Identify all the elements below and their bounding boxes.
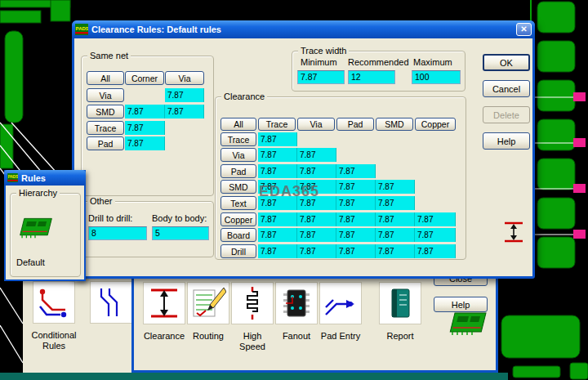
clearance-cell[interactable]: 7.87 bbox=[258, 244, 297, 258]
high-speed-tool-button[interactable] bbox=[231, 282, 274, 324]
default-rules-chip-icon[interactable] bbox=[16, 215, 54, 239]
trace-width-group: Trace width Minimum Recommended Maximum … bbox=[292, 51, 466, 92]
help-button-dialog[interactable]: Help bbox=[483, 132, 530, 150]
rules-window: PADS Rules Hierarchy Default bbox=[4, 170, 86, 281]
clearance-col-pad-button[interactable]: Pad bbox=[336, 118, 374, 131]
trace-width-legend: Trace width bbox=[298, 46, 349, 56]
clearance-cell[interactable]: 7.87 bbox=[336, 244, 376, 258]
differential-pairs-tool-button-partial[interactable] bbox=[90, 281, 132, 324]
clearance-cell[interactable]: 7.87 bbox=[297, 228, 336, 242]
clearance-cell[interactable]: 7.87 bbox=[258, 196, 297, 210]
maximum-field[interactable]: 100 bbox=[412, 70, 461, 84]
clearance-cell[interactable]: 7.87 bbox=[336, 196, 376, 210]
high-speed-icon bbox=[234, 285, 270, 321]
clearance-cell[interactable]: 7.87 bbox=[336, 212, 376, 226]
clearance-row-via-button[interactable]: Via bbox=[220, 148, 256, 162]
clearance-cell[interactable]: 7.87 bbox=[376, 196, 415, 210]
same-net-cell[interactable]: 7.87 bbox=[165, 88, 204, 102]
clearance-row-pad: Pad 7.87 7.87 7.87 bbox=[216, 164, 466, 178]
clearance-cell[interactable]: 7.87 bbox=[376, 228, 415, 242]
clearance-cell[interactable]: 7.87 bbox=[297, 164, 336, 178]
same-net-via-button[interactable]: Via bbox=[165, 71, 204, 85]
close-icon[interactable]: ✕ bbox=[516, 23, 532, 36]
clearance-all-button[interactable]: All bbox=[220, 118, 256, 131]
rules-window-titlebar[interactable]: PADS Rules bbox=[4, 170, 86, 186]
clearance-col-trace-button[interactable]: Trace bbox=[258, 118, 296, 131]
same-net-cell[interactable]: 7.87 bbox=[125, 136, 165, 150]
same-net-corner-button[interactable]: Corner bbox=[125, 71, 164, 85]
clearance-cell[interactable]: 7.87 bbox=[376, 180, 415, 194]
clearance-col-copper-button[interactable]: Copper bbox=[415, 118, 456, 131]
clearance-cell[interactable]: 7.87 bbox=[297, 212, 336, 226]
clearance-row-text: Text 7.87 7.87 7.87 7.87 bbox=[216, 196, 466, 210]
clearance-cell[interactable]: 7.87 bbox=[258, 164, 297, 178]
same-net-row-via-button[interactable]: Via bbox=[87, 88, 124, 102]
minimum-field[interactable]: 7.87 bbox=[297, 70, 345, 84]
same-net-row-pad-button[interactable]: Pad bbox=[87, 136, 124, 150]
clearance-cell[interactable]: 7.87 bbox=[376, 212, 415, 226]
fanout-tool-button[interactable] bbox=[275, 282, 318, 324]
other-legend: Other bbox=[87, 196, 115, 207]
clearance-row-drill-button[interactable]: Drill bbox=[220, 244, 256, 258]
same-net-cell[interactable]: 7.87 bbox=[165, 105, 204, 118]
drill-to-drill-field[interactable]: 8 bbox=[88, 226, 147, 240]
clearance-cell[interactable]: 7.87 bbox=[258, 132, 297, 146]
same-net-cell[interactable]: 7.87 bbox=[125, 105, 165, 118]
same-net-row-via: Via 7.87 bbox=[82, 88, 213, 102]
ok-button[interactable]: OK bbox=[483, 54, 530, 71]
delete-button[interactable]: Delete bbox=[483, 106, 530, 123]
report-tool-button[interactable] bbox=[379, 282, 421, 324]
clearance-row-smd: SMD 7.87 7.87 7.87 7.87 bbox=[216, 180, 466, 194]
clearance-cell[interactable]: 7.87 bbox=[336, 228, 376, 242]
clearance-cell[interactable]: 7.87 bbox=[258, 148, 297, 162]
body-to-body-field[interactable]: 5 bbox=[152, 226, 209, 240]
clearance-row-copper-button[interactable]: Copper bbox=[220, 212, 256, 226]
pad-entry-tool-button[interactable] bbox=[319, 282, 362, 324]
hierarchy-group: Hierarchy Default bbox=[10, 193, 81, 277]
other-group: Other Drill to drill: Body to body: 8 5 bbox=[81, 201, 214, 257]
clearance-cell[interactable]: 7.87 bbox=[258, 212, 297, 226]
maximum-label: Maximum bbox=[413, 57, 452, 67]
conditional-rules-tool-button[interactable] bbox=[33, 281, 75, 324]
clearance-cell[interactable]: 7.87 bbox=[297, 180, 336, 194]
clearance-cell[interactable]: 7.87 bbox=[297, 196, 336, 210]
clearance-rules-titlebar[interactable]: PADS Clearance Rules: Default rules ✕ bbox=[72, 20, 535, 38]
clearance-row-pad-button[interactable]: Pad bbox=[220, 164, 256, 178]
clearance-cell[interactable]: 7.87 bbox=[336, 180, 376, 194]
clearance-row-smd-button[interactable]: SMD bbox=[220, 180, 256, 194]
clearance-row-board-button[interactable]: Board bbox=[220, 228, 256, 242]
clearance-cell[interactable]: 7.87 bbox=[415, 244, 456, 258]
conditional-rules-icon bbox=[36, 284, 72, 320]
high-speed-tool-label: High Speed bbox=[236, 331, 269, 352]
same-net-cell[interactable]: 7.87 bbox=[125, 121, 165, 135]
clearance-tool-button[interactable] bbox=[143, 282, 185, 324]
clearance-cell[interactable]: 7.87 bbox=[336, 164, 376, 178]
clearance-tool-label: Clearance bbox=[141, 331, 187, 342]
routing-tool-button[interactable] bbox=[187, 282, 229, 324]
same-net-all-button[interactable]: All bbox=[87, 71, 124, 85]
clearance-row-trace-button[interactable]: Trace bbox=[220, 132, 256, 146]
same-net-legend: Same net bbox=[87, 51, 131, 61]
pads-app-icon: PADS bbox=[7, 173, 18, 182]
clearance-group: Clearance All Trace Via Pad SMD Copper T… bbox=[215, 96, 466, 260]
same-net-row-smd-button[interactable]: SMD bbox=[87, 105, 124, 118]
routing-icon bbox=[190, 285, 226, 321]
clearance-cell[interactable]: 7.87 bbox=[297, 244, 336, 258]
clearance-col-smd-button[interactable]: SMD bbox=[376, 118, 413, 131]
recommended-field[interactable]: 12 bbox=[348, 70, 395, 84]
same-net-row-trace-button[interactable]: Trace bbox=[87, 121, 124, 135]
pad-entry-icon bbox=[323, 285, 359, 321]
hierarchy-default-label[interactable]: Default bbox=[16, 257, 45, 267]
clearance-icon bbox=[146, 285, 182, 321]
clearance-cell[interactable]: 7.87 bbox=[415, 212, 456, 226]
clearance-cell[interactable]: 7.87 bbox=[376, 244, 415, 258]
cancel-button[interactable]: Cancel bbox=[483, 80, 530, 97]
clearance-cell[interactable]: 7.87 bbox=[297, 148, 336, 162]
clearance-row-text-button[interactable]: Text bbox=[220, 196, 256, 210]
clearance-cell[interactable]: 7.87 bbox=[415, 228, 456, 242]
same-net-group: Same net All Corner Via Via 7.87 SMD 7.8… bbox=[81, 56, 214, 196]
conditional-rules-label: Conditional Rules bbox=[28, 330, 80, 351]
clearance-col-via-button[interactable]: Via bbox=[297, 118, 335, 131]
clearance-cell[interactable]: 7.87 bbox=[258, 228, 297, 242]
clearance-cell[interactable]: 7.87 bbox=[258, 180, 297, 194]
